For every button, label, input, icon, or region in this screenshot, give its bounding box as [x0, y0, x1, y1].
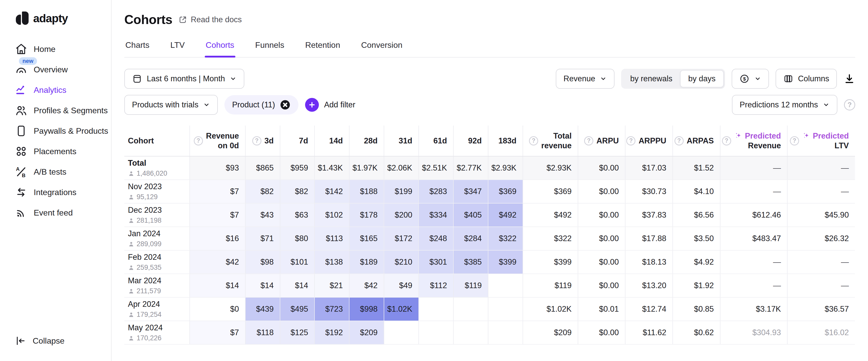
sidebar-item-label: Integrations [34, 188, 76, 197]
columns-button[interactable]: Columns [776, 69, 837, 89]
sidebar-item-label: Placements [34, 147, 76, 156]
help-icon[interactable]: ? [626, 136, 636, 145]
revenue-cell-d92: $119 [454, 274, 488, 297]
help-icon[interactable]: ? [722, 136, 731, 145]
download-button[interactable] [843, 73, 855, 85]
plus-circle-icon [305, 98, 319, 112]
predicted-revenue-cell: — [720, 274, 787, 297]
revenue-cell-d183: $322 [488, 227, 523, 250]
chevron-down-icon [754, 75, 761, 82]
total-revenue-cell: $492 [523, 203, 578, 227]
revenue-cell-d28: $1.97K [349, 156, 384, 180]
predictions-help-icon[interactable]: ? [844, 99, 855, 110]
cohort-row-feb-2024: Feb 2024 259,535$42$98$101$138$189$210$3… [124, 250, 855, 274]
currency-dropdown[interactable]: $ [732, 69, 769, 89]
title-row: Cohorts Read the docs [124, 12, 855, 27]
sidebar-item-event-feed[interactable]: Event feed [15, 202, 111, 223]
metric-dropdown[interactable]: Revenue [556, 69, 615, 89]
column-header-d28: 28d [349, 126, 384, 156]
arpu-cell: $0.00 [578, 156, 625, 180]
column-header-d183: 183d [488, 126, 523, 156]
home-icon [15, 43, 28, 55]
help-icon[interactable]: ? [529, 136, 538, 145]
sidebar-item-label: Paywalls & Products [34, 126, 108, 136]
predicted-revenue-cell: — [720, 250, 787, 274]
metric-label: Revenue [563, 74, 595, 83]
product-filter-chip[interactable]: Product (11) [224, 95, 299, 114]
person-icon [128, 170, 134, 177]
tab-cohorts[interactable]: Cohorts [205, 40, 236, 57]
collapse-label: Collapse [33, 336, 65, 346]
help-icon[interactable]: ? [675, 136, 684, 145]
sidebar-item-placements[interactable]: Placements [15, 141, 111, 162]
arppu-cell: $11.62 [625, 321, 673, 344]
help-icon[interactable]: ? [252, 136, 261, 145]
sidebar-item-integrations[interactable]: Integrations [15, 182, 111, 202]
cohort-users-count: 95,129 [136, 193, 158, 201]
revenue-cell-d61: $248 [419, 227, 454, 250]
sidebar-item-overview[interactable]: newOverview [15, 59, 111, 80]
revenue-cell-d3: $118 [245, 321, 280, 344]
help-icon[interactable]: ? [790, 136, 799, 145]
toggle-by-renewals[interactable]: by renewals [622, 70, 680, 87]
dollar-circle-icon: $ [739, 74, 749, 84]
analytics-chart-icon [15, 84, 28, 96]
revenue-cell-d3: $439 [245, 297, 280, 321]
product-type-filter-label: Products with trials [132, 100, 198, 109]
add-filter-button[interactable]: Add filter [305, 98, 355, 112]
predicted-ltv-cell: — [787, 250, 855, 274]
revenue-cell-d14: $138 [314, 250, 349, 274]
arpas-cell: $0.85 [673, 297, 720, 321]
adapty-logo-text: adapty [33, 12, 68, 25]
tab-conversion[interactable]: Conversion [360, 40, 403, 57]
grid-circles-icon [15, 145, 28, 158]
app-window: adapty HomenewOverviewAnalyticsProfiles … [0, 0, 868, 361]
total-revenue-cell: $369 [523, 180, 578, 203]
remove-filter-icon[interactable] [280, 99, 291, 110]
read-the-docs-link[interactable]: Read the docs [178, 15, 242, 25]
adapty-logo[interactable]: adapty [15, 9, 111, 28]
sidebar-item-home[interactable]: Home [15, 39, 111, 59]
date-range-label: Last 6 months | Month [147, 74, 225, 83]
revenue-cell-d92: $405 [454, 203, 488, 227]
help-icon[interactable]: ? [194, 136, 203, 145]
revenue-cell-d92: $2.77K [454, 156, 488, 180]
tab-funnels[interactable]: Funnels [254, 40, 285, 57]
revenue-cell-d7: $101 [280, 250, 314, 274]
column-header-d92: 92d [454, 126, 488, 156]
revenue-cell-d183 [488, 297, 523, 321]
total-revenue-cell: $119 [523, 274, 578, 297]
arppu-cell: $17.03 [625, 156, 673, 180]
arppu-cell: $30.73 [625, 180, 673, 203]
predicted-ltv-cell: — [787, 180, 855, 203]
revenue-cell-d61: $2.51K [419, 156, 454, 180]
date-range-picker[interactable]: Last 6 months | Month [124, 69, 244, 89]
sidebar-item-paywalls-products[interactable]: Paywalls & Products [15, 121, 111, 141]
sidebar-item-label: Analytics [34, 85, 66, 95]
predictions-dropdown[interactable]: Predictions 12 months [732, 95, 837, 115]
external-link-icon [178, 15, 188, 25]
cohort-label-cell: Nov 2023 95,129 [124, 180, 190, 203]
sidebar-item-analytics[interactable]: Analytics [15, 80, 111, 100]
column-header-d7: 7d [280, 126, 314, 156]
adapty-logo-icon [15, 11, 30, 26]
revenue-cell-d61: $301 [419, 250, 454, 274]
revenue-cell-d183 [488, 274, 523, 297]
revenue-cell-d31: $1.02K [384, 297, 419, 321]
toolbar-row-1: Last 6 months | Month Revenue by renewal… [124, 69, 855, 89]
cohorts-data-table: Cohort?Revenueon 0d?3d7d14d28d31d61d92d1… [124, 126, 855, 345]
sidebar-item-profiles-segments[interactable]: Profiles & Segments [15, 100, 111, 121]
tab-charts[interactable]: Charts [124, 40, 150, 57]
tab-retention[interactable]: Retention [304, 40, 341, 57]
product-type-filter-dropdown[interactable]: Products with trials [124, 95, 218, 115]
collapse-sidebar-button[interactable]: Collapse [15, 335, 65, 347]
cohort-label-cell: Total 1,486,020 [124, 156, 190, 180]
help-icon[interactable]: ? [584, 136, 593, 145]
sidebar-item-a-b-tests[interactable]: ABA/B tests [15, 162, 111, 182]
revenue-cell-d61: $334 [419, 203, 454, 227]
total-revenue-cell: $209 [523, 321, 578, 344]
gauge-icon [15, 63, 28, 76]
revenue-cell-d31 [384, 321, 419, 344]
toggle-by-days[interactable]: by days [680, 70, 724, 87]
tab-ltv[interactable]: LTV [169, 40, 186, 57]
